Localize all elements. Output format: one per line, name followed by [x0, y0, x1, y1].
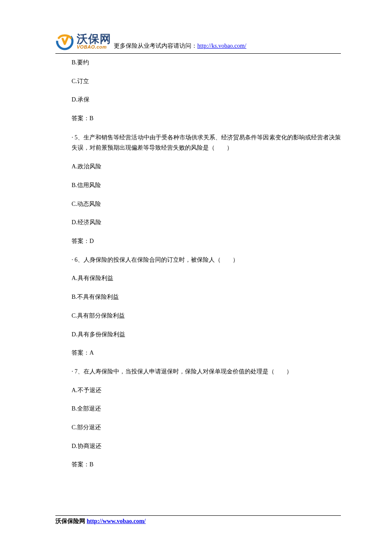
q6-option-b: B.不具有保险利益 [55, 292, 341, 302]
q6-option-c: C.具有部分保险利益 [55, 311, 341, 321]
q4-option-b: B.要约 [55, 58, 341, 67]
q5-option-c: C.动态风险 [55, 199, 341, 209]
q4-option-c: C.订立 [55, 77, 341, 86]
q7-option-d: D.协商退还 [55, 442, 341, 451]
q5-option-b: B.信用风险 [55, 181, 341, 190]
header-rule [55, 53, 341, 54]
page-header: 沃保网 VOBAO.com 更多保险从业考试内容请访问：http://ks.vo… [55, 32, 341, 52]
header-link[interactable]: http://ks.vobao.com/ [197, 43, 246, 49]
q5-stem-text: · 5、生产和销售等经营活动中由于受各种市场供求关系、经济贸易条件等因素变化的影… [72, 134, 341, 151]
q7-stem: · 7、在人寿保险中，当投保人申请退保时，保险人对保单现金价值的处理是（ ） [55, 367, 341, 376]
header-lead: 更多保险从业考试内容请访问： [114, 43, 197, 49]
footer-link[interactable]: http://www.vobao.com/ [87, 518, 146, 524]
q6-option-a: A.具有保险利益 [55, 274, 341, 283]
q7-option-c: C.部分退还 [55, 423, 341, 432]
logo-mark-icon [55, 32, 74, 51]
q5-stem: · 5、生产和销售等经营活动中由于受各种市场供求关系、经济贸易条件等因素变化的影… [55, 133, 341, 153]
logo-text: 沃保网 VOBAO.com [77, 33, 111, 49]
brand-name-cn: 沃保网 [77, 33, 111, 44]
q6-answer: 答案：A [55, 348, 341, 358]
header-lead-text: 更多保险从业考试内容请访问：http://ks.vobao.com/ [114, 42, 246, 51]
page-container: 沃保网 VOBAO.com 更多保险从业考试内容请访问：http://ks.vo… [0, 0, 392, 469]
q6-stem: · 6、人身保险的投保人在保险合同的订立时，被保险人（ ） [55, 255, 341, 265]
footer-site-name: 沃保保险网 [55, 518, 87, 524]
footer-rule [55, 515, 341, 516]
q4-answer: 答案：B [55, 114, 341, 123]
q7-option-a: A.不予退还 [55, 386, 341, 395]
q7-option-b: B.全部退还 [55, 404, 341, 413]
q5-option-a: A.政治风险 [55, 162, 341, 171]
logo: 沃保网 VOBAO.com [55, 32, 111, 51]
q5-answer: 答案：D [55, 237, 341, 246]
brand-name-en: VOBAO.com [77, 45, 111, 49]
page-footer: 沃保保险网 http://www.vobao.com/ [55, 515, 341, 525]
q7-answer: 答案：B [55, 460, 341, 469]
q6-option-d: D.具有多份保险利益 [55, 330, 341, 339]
document-body: B.要约 C.订立 D.承保 答案：B · 5、生产和销售等经营活动中由于受各种… [55, 54, 341, 469]
q4-option-d: D.承保 [55, 95, 341, 104]
q5-option-d: D.经济风险 [55, 218, 341, 227]
